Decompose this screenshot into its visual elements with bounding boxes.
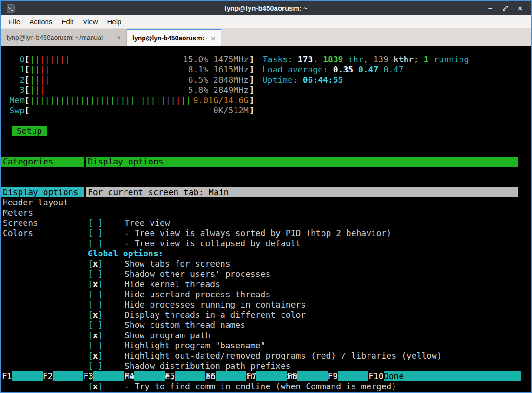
fkey-name: F5 xyxy=(165,371,175,381)
meter-label: 2 xyxy=(1,75,25,85)
meter-bar: ||||8.1% 1615MHz xyxy=(30,65,250,75)
meter-label: Mem xyxy=(1,95,25,105)
fkey-f7[interactable]: F7 xyxy=(246,371,287,381)
fkey-f3[interactable]: F3 xyxy=(83,371,124,381)
checkbox-mark xyxy=(93,361,98,371)
meter-bar: ||||6.5% 2848MHz xyxy=(30,75,250,85)
fkey-action-label: Done xyxy=(384,371,521,381)
checkbox-mark xyxy=(93,320,98,330)
checkbox-mark: x xyxy=(93,279,98,289)
meter-label: Swp xyxy=(1,105,25,116)
option-row-highlight-out-dated-removed-programs-red-libraries-yellow[interactable]: [x]Highlight out-dated/removed programs … xyxy=(86,351,518,361)
checkbox-bracket-open: [ xyxy=(88,289,93,299)
fkey-action-label xyxy=(297,371,328,381)
option-row-show-custom-thread-names[interactable]: [ ]Show custom thread names xyxy=(86,320,518,330)
meter-label: 0 xyxy=(1,54,25,65)
meter-bracket-open: [ xyxy=(25,105,30,115)
menu-item-actions[interactable]: Actions xyxy=(25,16,57,27)
fkey-f5[interactable]: F5 xyxy=(165,371,206,381)
fkey-f2[interactable]: F2 xyxy=(43,371,84,381)
terminal-app-icon: >_ xyxy=(7,4,15,13)
tab-home[interactable]: lynp@lyn-b450aorusm: ~ × xyxy=(127,29,221,46)
fkey-name: F4 xyxy=(124,371,134,381)
function-key-bar: F1F2F3F4F5F6F7F8F9F10Done xyxy=(2,371,521,381)
fkey-f4[interactable]: F4 xyxy=(124,371,165,381)
uptime-line: Uptime: 06:44:55 xyxy=(263,75,469,85)
tab-manual[interactable]: lynp@lyn-b450aorusm: ~/manual × xyxy=(1,29,127,46)
option-label: Hide processes running in containers xyxy=(125,300,306,310)
checkbox-bracket-close: ] xyxy=(98,238,103,248)
red-ticks: || xyxy=(40,75,50,85)
checkbox-bracket-close: ] xyxy=(98,351,103,360)
fkey-name: F10 xyxy=(368,371,384,381)
option-row-shadow-other-users-processes[interactable]: [ ]Shadow other users' processes xyxy=(86,269,518,279)
checkbox-bracket-close: ] xyxy=(98,310,103,320)
menu-item-file[interactable]: File xyxy=(4,16,25,27)
fkey-f1[interactable]: F1 xyxy=(2,371,43,381)
fkey-action-label xyxy=(12,371,43,381)
green-ticks: | xyxy=(171,95,176,105)
fkey-name: F2 xyxy=(43,371,53,381)
checkbox-mark xyxy=(93,300,98,309)
checkbox-bracket-close: ] xyxy=(98,361,103,371)
meters-column: 0[||||||||15.0% 1475MHz]1[||||8.1% 1615M… xyxy=(1,54,255,116)
option-row-hide-userland-process-threads[interactable]: [ ]Hide userland process threads xyxy=(86,289,518,300)
checkbox-mark: x xyxy=(93,330,98,340)
fkey-f9[interactable]: F9 xyxy=(328,371,369,381)
checkbox-bracket-close: ] xyxy=(98,259,103,269)
menu-item-help[interactable]: Help xyxy=(102,16,126,27)
option-label: Highlight out-dated/removed programs (re… xyxy=(125,351,442,361)
fkey-f8[interactable]: F8 xyxy=(287,371,328,381)
option-row-display-threads-in-a-different-color[interactable]: [x]Display threads in a different color xyxy=(86,310,518,320)
option-row-tree-view[interactable]: [ ]Tree view xyxy=(86,218,518,228)
checkbox-bracket-close: ] xyxy=(98,341,103,350)
option-row-try-to-find-comm-in-cmdline-when-command-is-merged[interactable]: [x]- Try to find comm in cmdline (when C… xyxy=(86,381,518,392)
option-row-hide-kernel-threads[interactable]: [x]Hide kernel threads xyxy=(86,279,518,289)
meter-row-1: 1[||||8.1% 1615MHz] xyxy=(1,65,255,75)
option-label: Shadow other users' processes xyxy=(125,269,270,279)
meter-value: 9.01G/14.6G xyxy=(193,95,249,105)
meter-label: 3 xyxy=(1,85,25,95)
maximize-button[interactable] xyxy=(500,3,510,13)
terminal-screen[interactable]: 0[||||||||15.0% 1475MHz]1[||||8.1% 1615M… xyxy=(1,46,531,392)
option-label: Show tabs for screens xyxy=(125,259,230,269)
option-row-hide-processes-running-in-containers[interactable]: [ ]Hide processes running in containers xyxy=(86,300,518,310)
tab-close-icon[interactable]: × xyxy=(117,33,121,41)
meter-row-swp: Swp[0K/512M] xyxy=(1,105,255,116)
category-item-meters[interactable]: Meters xyxy=(1,208,84,218)
red-ticks: |||||| xyxy=(40,54,70,64)
option-row-show-tabs-for-screens[interactable]: [x]Show tabs for screens xyxy=(86,259,518,269)
menu-item-view[interactable]: View xyxy=(78,16,102,27)
option-row-tree-view-is-collapsed-by-default[interactable]: [ ]- Tree view is collapsed by default xyxy=(86,238,518,249)
option-row-highlight-program-basename[interactable]: [ ]Highlight program "basename" xyxy=(86,341,518,351)
fkey-f6[interactable]: F6 xyxy=(205,371,246,381)
categories-panel: Categories Display optionsHeader layoutM… xyxy=(1,136,84,392)
checkbox-mark xyxy=(93,238,98,248)
options-section-global-options: Global options: xyxy=(86,249,518,259)
minimize-button[interactable]: – xyxy=(485,3,495,13)
category-item-screens[interactable]: Screens xyxy=(1,218,84,228)
meter-bar: 0K/512M xyxy=(30,105,250,116)
menu-item-edit[interactable]: Edit xyxy=(57,16,78,27)
meter-value: 8.1% 1615MHz xyxy=(188,65,249,75)
green-ticks: || xyxy=(30,75,40,85)
checkbox-bracket-open: [ xyxy=(88,279,93,289)
option-label: Hide kernel threads xyxy=(125,279,220,289)
category-item-colors[interactable]: Colors xyxy=(1,228,84,238)
category-item-header-layout[interactable]: Header layout xyxy=(1,197,84,208)
option-row-show-program-path[interactable]: [x]Show program path xyxy=(86,330,518,341)
option-label: Show custom thread names xyxy=(125,320,245,330)
option-row-tree-view-is-always-sorted-by-pid-htop-2-behavior[interactable]: [ ]- Tree view is always sorted by PID (… xyxy=(86,228,518,238)
window-title: lynp@lyn-b450aorusm: ~ xyxy=(1,4,531,12)
category-item-display-options[interactable]: Display options xyxy=(1,187,84,197)
tab-close-icon[interactable]: × xyxy=(211,34,215,42)
option-row-shadow-distribution-path-prefixes[interactable]: [ ]Shadow distribution path prefixes xyxy=(86,361,518,371)
close-button[interactable]: ✕ xyxy=(515,3,525,13)
meter-bracket-open: [ xyxy=(25,54,30,64)
fkey-f10[interactable]: F10Done xyxy=(368,371,521,381)
menubar: FileActionsEditViewHelp xyxy=(1,15,531,29)
window-controls: – ✕ xyxy=(485,3,531,13)
load-average-line: Load average: 0.35 0.47 0.47 xyxy=(263,65,469,75)
option-label: Show program path xyxy=(125,330,210,341)
tab-label: lynp@lyn-b450aorusm: ~ xyxy=(132,34,207,42)
